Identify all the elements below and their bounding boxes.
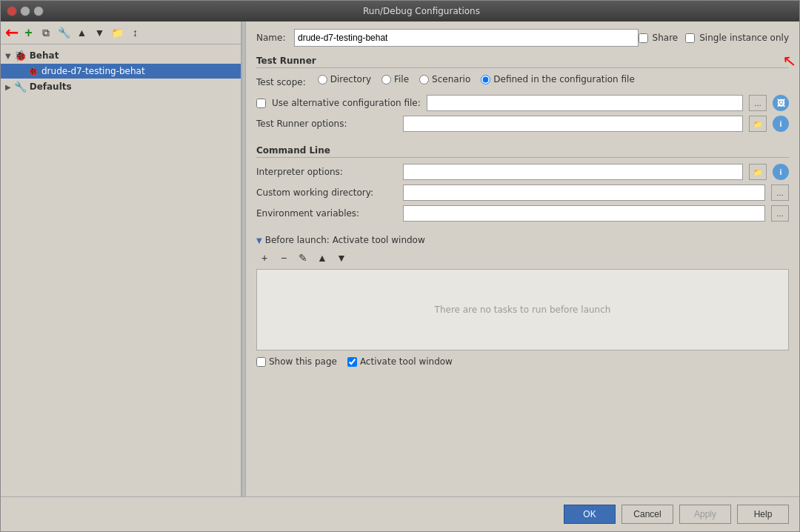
alt-config-label: Use alternative configuration file: — [272, 98, 421, 108]
maximize-button[interactable] — [33, 6, 44, 16]
move-to-group-button[interactable]: 📁 — [109, 24, 125, 41]
before-launch-label: Before launch: Activate tool window — [265, 235, 425, 245]
runner-options-input[interactable] — [403, 116, 743, 132]
before-launch-edit-btn[interactable]: ✎ — [295, 250, 311, 266]
working-dir-label: Custom working directory: — [256, 187, 397, 198]
runner-options-info-btn[interactable]: i — [773, 116, 789, 132]
test-runner-section: Test Runner Test scope: Directory File — [256, 56, 789, 136]
add-configuration-button[interactable]: + — [20, 24, 36, 41]
single-instance-row: Single instance only — [685, 33, 789, 43]
scope-defined-text: Defined in the configuration file — [493, 74, 635, 84]
single-instance-label: Single instance only — [699, 33, 789, 43]
red-arrow-annotation: ← — [5, 24, 19, 41]
tree-item-drude[interactable]: 🐞 drude-d7-testing-behat — [1, 64, 241, 79]
ok-button[interactable]: OK — [564, 505, 616, 524]
runner-options-browse-btn[interactable]: 📁 — [749, 116, 767, 132]
interpreter-browse-btn[interactable]: 📁 — [749, 164, 767, 180]
scope-file-label[interactable]: File — [381, 74, 409, 84]
bottom-bar: OK Cancel Apply Help — [1, 496, 799, 531]
apply-button[interactable]: Apply — [679, 505, 731, 524]
scope-file-text: File — [394, 74, 409, 84]
edit-defaults-button[interactable]: 🔧 — [56, 24, 72, 41]
activate-window-label[interactable]: Activate tool window — [347, 356, 453, 367]
defaults-icon: 🔧 — [14, 81, 27, 93]
name-label: Name: — [256, 33, 290, 43]
tree-item-label: drude-d7-testing-behat — [41, 66, 145, 76]
show-page-label[interactable]: Show this page — [256, 356, 337, 367]
command-line-header: Command Line — [256, 145, 789, 158]
scope-defined-radio[interactable] — [481, 75, 490, 84]
single-instance-checkbox[interactable] — [685, 33, 695, 43]
share-row: Share — [639, 33, 679, 43]
move-down-button[interactable]: ▼ — [91, 24, 107, 41]
test-scope-label: Test scope: — [256, 77, 306, 87]
cancel-button[interactable]: Cancel — [621, 505, 673, 524]
before-launch-up-btn[interactable]: ▲ — [314, 250, 330, 266]
alt-config-info-btn[interactable]: 🖼 — [773, 95, 789, 111]
left-panel: ← + ⧉ 🔧 ▲ ▼ 📁 ↕ ▼ 🐞 Behat 🐞 — [1, 21, 241, 496]
test-runner-header: Test Runner — [256, 56, 789, 68]
copy-configuration-button[interactable]: ⧉ — [38, 24, 54, 41]
before-launch-arrow: ▼ — [256, 236, 262, 245]
alt-config-browse-btn[interactable]: … — [749, 95, 767, 111]
runner-options-label: Test Runner options: — [256, 119, 397, 129]
before-launch-toolbar: + − ✎ ▲ ▼ — [256, 250, 789, 266]
close-button[interactable] — [7, 6, 17, 16]
tree-defaults[interactable]: ▶ 🔧 Defaults — [1, 79, 241, 95]
alt-config-checkbox[interactable] — [256, 99, 266, 108]
tree-view: ▼ 🐞 Behat 🐞 drude-d7-testing-behat ▶ 🔧 D… — [1, 44, 241, 496]
env-vars-row: Environment variables: … — [256, 205, 789, 222]
interpreter-input[interactable] — [403, 164, 743, 180]
scope-directory-label[interactable]: Directory — [318, 74, 371, 84]
interpreter-info-btn[interactable]: i — [773, 164, 789, 180]
scope-scenario-radio[interactable] — [419, 75, 429, 84]
env-vars-input[interactable] — [403, 205, 765, 222]
share-checkbox[interactable] — [639, 33, 648, 43]
title-bar: Run/Debug Configurations — [1, 1, 799, 21]
tree-group-behat[interactable]: ▼ 🐞 Behat — [1, 47, 241, 64]
activate-window-text: Activate tool window — [360, 356, 453, 367]
name-input[interactable] — [294, 29, 639, 47]
run-debug-window: Run/Debug Configurations ← + ⧉ 🔧 ▲ ▼ 📁 ↕… — [0, 0, 800, 532]
activate-window-checkbox[interactable] — [347, 357, 357, 367]
before-launch-down-btn[interactable]: ▼ — [333, 250, 350, 266]
main-content: ← + ⧉ 🔧 ▲ ▼ 📁 ↕ ▼ 🐞 Behat 🐞 — [1, 21, 799, 496]
right-panel: Name: Share Single instance only Test — [246, 21, 799, 496]
working-dir-browse-btn[interactable]: … — [771, 184, 789, 201]
alt-config-input[interactable] — [427, 95, 743, 111]
before-launch-section: ▼ Before launch: Activate tool window + … — [256, 235, 789, 367]
show-page-checkbox[interactable] — [256, 357, 266, 367]
before-launch-header: ▼ Before launch: Activate tool window — [256, 235, 789, 245]
minimize-button[interactable] — [20, 6, 30, 16]
window-controls — [7, 6, 44, 16]
before-launch-remove-btn[interactable]: − — [276, 250, 292, 266]
name-section-left: Name: — [256, 29, 639, 47]
scope-file-radio[interactable] — [381, 75, 391, 84]
behat-group-icon: 🐞 — [14, 50, 27, 61]
window-title: Run/Debug Configurations — [50, 6, 793, 16]
group-arrow-icon: ▼ — [5, 52, 11, 60]
command-line-section: Command Line Interpreter options: 📁 i Cu… — [256, 145, 789, 226]
scope-defined-label[interactable]: Defined in the configuration file — [481, 74, 635, 84]
scope-directory-radio[interactable] — [318, 75, 327, 84]
bottom-checkboxes: Show this page Activate tool window — [256, 356, 789, 367]
help-button[interactable]: Help — [737, 505, 789, 524]
move-up-button[interactable]: ▲ — [73, 24, 90, 41]
defaults-label: Defaults — [30, 82, 72, 92]
red-arrow-annotation-2: ← — [779, 50, 799, 73]
before-launch-add-btn[interactable]: + — [256, 250, 273, 266]
env-vars-label: Environment variables: — [256, 208, 397, 219]
config-icon: 🐞 — [27, 66, 39, 76]
env-vars-browse-btn[interactable]: … — [771, 205, 789, 222]
alt-config-row: Use alternative configuration file: … 🖼 — [256, 95, 789, 111]
scope-scenario-text: Scenario — [432, 74, 470, 84]
defaults-arrow-icon: ▶ — [5, 83, 11, 91]
before-launch-empty-text: There are no tasks to run before launch — [435, 305, 611, 315]
interpreter-row: Interpreter options: 📁 i — [256, 164, 789, 180]
runner-options-row: Test Runner options: 📁 i — [256, 116, 789, 132]
sort-button[interactable]: ↕ — [127, 24, 143, 41]
working-dir-input[interactable] — [403, 184, 765, 201]
behat-group-label: Behat — [30, 50, 59, 61]
scope-scenario-label[interactable]: Scenario — [419, 74, 470, 84]
working-dir-row: Custom working directory: … — [256, 184, 789, 201]
